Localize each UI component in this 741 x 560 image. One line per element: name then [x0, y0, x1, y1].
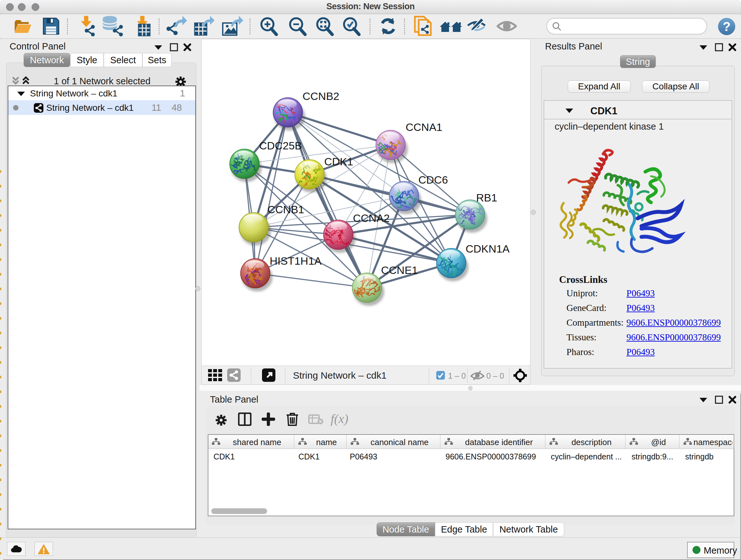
- svg-text:CDC6: CDC6: [418, 174, 448, 186]
- svg-text:CDC25B: CDC25B: [259, 139, 302, 152]
- svg-text:CCNA2: CCNA2: [353, 212, 390, 224]
- svg-text:CCNE1: CCNE1: [381, 264, 418, 276]
- svg-text:CDK1: CDK1: [324, 155, 353, 168]
- svg-text:CCNB1: CCNB1: [267, 203, 304, 215]
- svg-text:CCNB2: CCNB2: [302, 90, 339, 102]
- svg-text:HIST1H1A: HIST1H1A: [270, 255, 322, 267]
- svg-text:CCNA1: CCNA1: [406, 121, 442, 133]
- svg-text:RB1: RB1: [476, 192, 497, 204]
- svg-text:CDKN1A: CDKN1A: [466, 243, 510, 255]
